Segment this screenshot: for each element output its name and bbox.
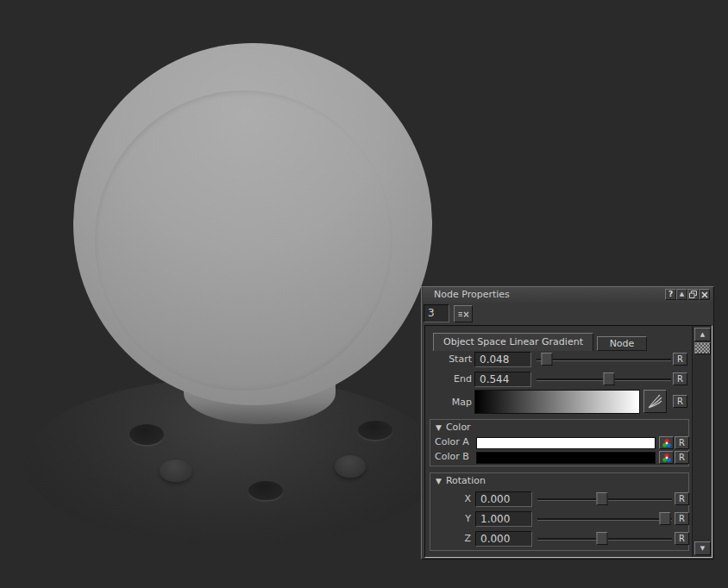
- color-wheel-icon: [662, 438, 672, 448]
- start-slider-handle[interactable]: [542, 353, 553, 366]
- color-a-reset-button[interactable]: R: [675, 436, 689, 449]
- node-lock-button[interactable]: [454, 305, 473, 322]
- rotation-x-slider-handle[interactable]: [596, 492, 607, 505]
- rotation-y-reset-button[interactable]: R: [675, 512, 689, 525]
- rotation-x-reset-button[interactable]: R: [675, 492, 689, 505]
- rotation-y-field[interactable]: 1.000: [475, 511, 532, 527]
- tab-node[interactable]: Node: [597, 336, 647, 351]
- rotation-z-field[interactable]: 0.000: [475, 531, 532, 547]
- rollup-button[interactable]: ▲: [676, 289, 687, 300]
- rotation-y-slider[interactable]: [537, 518, 672, 521]
- base-dimple: [129, 424, 164, 445]
- collapse-icon[interactable]: ▼: [436, 423, 442, 432]
- color-section-header[interactable]: ▼Color: [436, 422, 471, 433]
- curves-icon: [647, 393, 663, 410]
- rotation-z-slider[interactable]: [537, 538, 672, 541]
- color-b-reset-button[interactable]: R: [675, 451, 689, 464]
- base-dimple: [358, 421, 392, 440]
- end-slider[interactable]: [537, 378, 671, 381]
- help-icon: ?: [668, 291, 673, 298]
- scroll-up-button[interactable]: ▲: [694, 328, 711, 341]
- start-reset-button[interactable]: R: [673, 353, 687, 366]
- viewport: Node Properties ? ▲ 3 Node Object Space …: [0, 0, 728, 588]
- color-section-title: Color: [446, 422, 471, 433]
- map-label: Map: [425, 397, 472, 408]
- end-label: End: [425, 373, 472, 385]
- end-reset-button[interactable]: R: [673, 372, 687, 385]
- help-button[interactable]: ?: [665, 289, 676, 300]
- color-a-label: Color A: [435, 436, 469, 447]
- start-field[interactable]: 0.048: [474, 352, 531, 367]
- rotation-x-label: X: [429, 493, 471, 504]
- close-icon: [701, 291, 708, 298]
- restore-button[interactable]: [687, 289, 699, 300]
- rotation-y-label: Y: [429, 513, 471, 524]
- end-slider-handle[interactable]: [604, 372, 615, 385]
- restore-icon: [689, 291, 697, 298]
- start-label: Start: [425, 353, 472, 365]
- color-b-swatch[interactable]: [476, 452, 656, 464]
- map-gradient-strip[interactable]: [474, 390, 640, 414]
- color-a-swatch[interactable]: [476, 437, 656, 449]
- scrollbar[interactable]: ▲ ▼: [692, 326, 712, 557]
- rotation-x-slider[interactable]: [537, 498, 672, 501]
- scrollbar-thumb[interactable]: [694, 342, 711, 354]
- base-dimple: [248, 481, 283, 500]
- shaderball-sphere: [73, 43, 432, 405]
- list-x-icon: [458, 310, 469, 318]
- map-reset-button[interactable]: R: [673, 395, 687, 408]
- rollup-icon: ▲: [680, 291, 684, 297]
- color-section: ▼Color Color A R Color B R: [430, 419, 689, 466]
- panel-titlebar[interactable]: Node Properties ? ▲: [423, 287, 712, 303]
- rotation-x-field[interactable]: 0.000: [475, 491, 532, 507]
- rotation-z-label: Z: [429, 533, 471, 544]
- collapse-icon[interactable]: ▼: [436, 477, 442, 485]
- close-button[interactable]: [699, 289, 710, 300]
- color-wheel-icon: [662, 453, 672, 463]
- rotation-z-reset-button[interactable]: R: [675, 532, 689, 545]
- rotation-z-slider-handle[interactable]: [596, 532, 607, 545]
- base-bump: [160, 460, 192, 482]
- start-slider[interactable]: [537, 359, 671, 361]
- properties-frame: Node Object Space Linear Gradient Start …: [424, 325, 712, 558]
- rotation-section-header[interactable]: ▼Rotation: [436, 475, 486, 486]
- rotation-section-title: Rotation: [446, 475, 486, 486]
- rotation-y-slider-handle[interactable]: [660, 512, 671, 525]
- node-properties-panel: Node Properties ? ▲ 3 Node Object Space …: [421, 286, 714, 560]
- color-a-picker-button[interactable]: [659, 436, 674, 449]
- titlebar-buttons: ? ▲: [665, 289, 710, 300]
- base-bump: [335, 455, 366, 478]
- color-b-label: Color B: [435, 451, 469, 462]
- color-b-picker-button[interactable]: [659, 451, 674, 464]
- node-count-field[interactable]: 3: [424, 304, 449, 322]
- tab-object-space-linear-gradient[interactable]: Object Space Linear Gradient: [433, 333, 593, 351]
- sphere-reflection-ring: [95, 91, 392, 391]
- scroll-down-button[interactable]: ▼: [694, 541, 711, 555]
- panel-title: Node Properties: [434, 289, 510, 300]
- end-field[interactable]: 0.544: [474, 372, 531, 387]
- rotation-section: ▼Rotation X 0.000 R Y 1.000 R Z 0.000: [430, 472, 689, 551]
- gradient-curve-button[interactable]: [643, 390, 667, 413]
